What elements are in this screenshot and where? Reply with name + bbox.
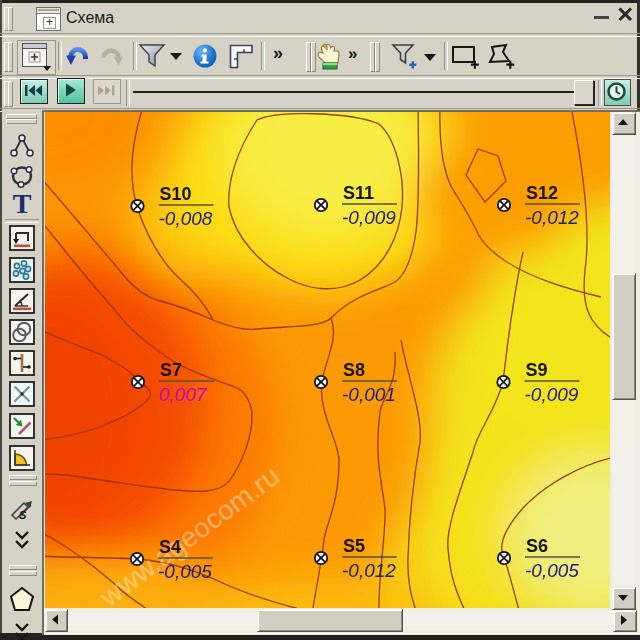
svg-text:S4: S4 [159, 537, 181, 557]
svg-text:-0,009: -0,009 [525, 384, 579, 405]
svg-text:S11: S11 [343, 183, 374, 203]
svg-text:-0,009: -0,009 [342, 207, 396, 228]
svg-text:S12: S12 [526, 183, 558, 203]
svg-text:S9: S9 [526, 360, 548, 380]
svg-text:S5: S5 [343, 536, 365, 556]
svg-text:S8: S8 [343, 360, 365, 380]
svg-text:-0,008: -0,008 [159, 208, 213, 229]
svg-text:-0,005: -0,005 [525, 560, 579, 581]
svg-text:-0,001: -0,001 [342, 384, 396, 405]
svg-text:S: S [19, 509, 27, 521]
svg-text:S6: S6 [526, 536, 548, 556]
svg-text:-0,005: -0,005 [158, 561, 212, 582]
svg-text:0,007: 0,007 [159, 384, 208, 405]
svg-text:S7: S7 [160, 360, 182, 380]
svg-text:-0,012: -0,012 [342, 560, 396, 581]
svg-text:S10: S10 [160, 184, 192, 204]
svg-text:-0,012: -0,012 [525, 207, 579, 228]
